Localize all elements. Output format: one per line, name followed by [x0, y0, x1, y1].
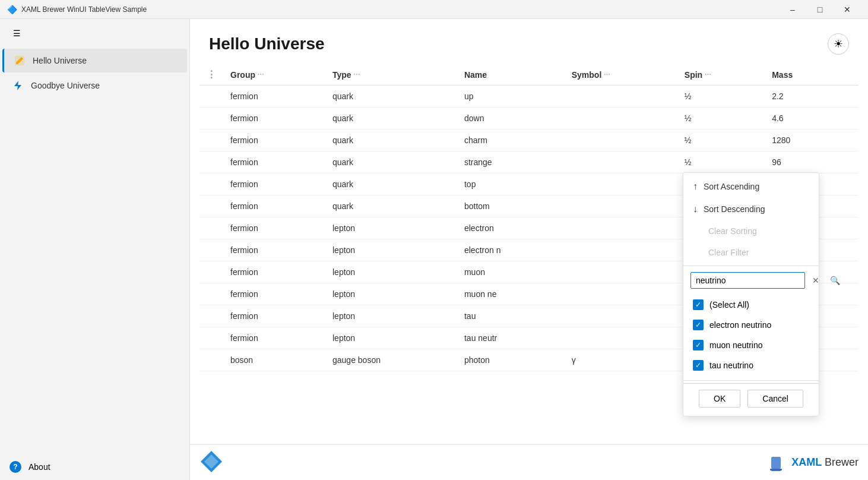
clear-filter-label: Clear Filter [708, 248, 749, 257]
popup-cancel-button[interactable]: Cancel [747, 390, 803, 408]
sidebar-item-label-hello: Hello Universe [33, 56, 87, 65]
theme-toggle-button[interactable]: ☀ [828, 33, 849, 55]
about-nav-item[interactable]: ? About [0, 454, 189, 480]
diamond-logo-icon [199, 450, 223, 473]
check-item-tau-neutrino[interactable]: ✓ tau neutrino [683, 355, 819, 375]
pencil-icon [14, 55, 26, 67]
brewer-text: Brewer [825, 456, 859, 468]
filter-popup: ↑ Sort Ascending ↓ Sort Descending Clear… [683, 172, 819, 416]
titlebar: 🔷 XAML Brewer WinUI TableView Sample – □… [0, 0, 868, 19]
svg-rect-6 [770, 469, 782, 470]
main-header: Hello Universe ☀ [190, 19, 868, 64]
clear-search-button[interactable]: ✕ [807, 272, 824, 289]
xaml-brewer-logo: XAML Brewer [765, 452, 859, 473]
about-label: About [28, 462, 50, 472]
search-action-buttons: ✕ 🔍 [807, 272, 843, 289]
xaml-text: XAML [791, 456, 822, 468]
clear-sorting-menu-item: Clear Sorting [683, 220, 819, 242]
bolt-icon [12, 80, 24, 91]
check-icon: ✓ [695, 341, 701, 349]
sort-ascending-label: Sort Ascending [704, 182, 759, 191]
cup-icon [765, 452, 787, 473]
popup-footer: OK Cancel [683, 383, 819, 413]
check-label-electron-neutrino: electron neutrino [709, 320, 771, 330]
check-label-muon-neutrino: muon neutrino [709, 340, 763, 350]
popup-search-row: ✕ 🔍 [683, 269, 819, 292]
svg-rect-4 [771, 457, 781, 469]
maximize-button[interactable]: □ [806, 0, 834, 19]
table-container: ⋮ Group ··· Type ··· [190, 64, 868, 444]
check-icon: ✓ [695, 301, 701, 309]
check-icon: ✓ [695, 361, 701, 370]
clear-filter-menu-item: Clear Filter [683, 242, 819, 263]
svg-marker-1 [14, 81, 21, 90]
popup-divider-1 [683, 266, 819, 266]
sort-descending-menu-item[interactable]: ↓ Sort Descending [683, 198, 819, 220]
app-icon: 🔷 [7, 5, 17, 14]
minimize-button[interactable]: – [779, 0, 806, 19]
sort-ascending-menu-item[interactable]: ↑ Sort Ascending [683, 175, 819, 198]
checkbox-tau-neutrino[interactable]: ✓ [693, 360, 704, 371]
search-button[interactable]: 🔍 [826, 272, 843, 289]
page-title: Hello Universe [209, 34, 325, 53]
checkbox-select-all[interactable]: ✓ [693, 299, 704, 310]
filter-checklist: ✓ (Select All) ✓ electron neutrino ✓ [683, 292, 819, 378]
check-item-muon-neutrino[interactable]: ✓ muon neutrino [683, 335, 819, 355]
clear-sorting-label: Clear Sorting [708, 226, 757, 236]
check-icon: ✓ [695, 321, 701, 329]
check-item-electron-neutrino[interactable]: ✓ electron neutrino [683, 315, 819, 335]
bottom-left [199, 450, 223, 475]
window-controls: – □ ✕ [779, 0, 861, 19]
check-label-tau-neutrino: tau neutrino [709, 361, 753, 370]
about-icon: ? [9, 461, 21, 473]
check-item-select-all[interactable]: ✓ (Select All) [683, 295, 819, 315]
hamburger-button[interactable]: ☰ [5, 21, 28, 45]
bottom-bar: XAML Brewer [190, 444, 868, 480]
window-title: XAML Brewer WinUI TableView Sample [21, 5, 779, 14]
xaml-label: XAML Brewer [791, 456, 859, 469]
sidebar-nav: Hello Universe Goodbye Universe [0, 48, 189, 454]
sort-ascending-icon: ↑ [693, 181, 698, 192]
sort-descending-label: Sort Descending [704, 204, 765, 214]
sort-descending-icon: ↓ [693, 204, 698, 214]
popup-ok-button[interactable]: OK [699, 390, 740, 408]
check-label-select-all: (Select All) [709, 300, 749, 310]
checkbox-electron-neutrino[interactable]: ✓ [693, 320, 704, 330]
sidebar: ☰ Hello Universe Goodbye Universe ? Abou… [0, 19, 190, 480]
sidebar-item-label-goodbye: Goodbye Universe [31, 81, 100, 90]
popup-divider-2 [683, 380, 819, 381]
hamburger-icon: ☰ [13, 29, 21, 38]
close-button[interactable]: ✕ [834, 0, 861, 19]
sidebar-item-goodbye-universe[interactable]: Goodbye Universe [2, 74, 187, 97]
main-content: Hello Universe ☀ ⋮ Group ··· [190, 19, 868, 480]
sidebar-item-hello-universe[interactable]: Hello Universe [2, 49, 187, 72]
filter-search-input[interactable] [690, 272, 805, 289]
checkbox-muon-neutrino[interactable]: ✓ [693, 340, 704, 350]
